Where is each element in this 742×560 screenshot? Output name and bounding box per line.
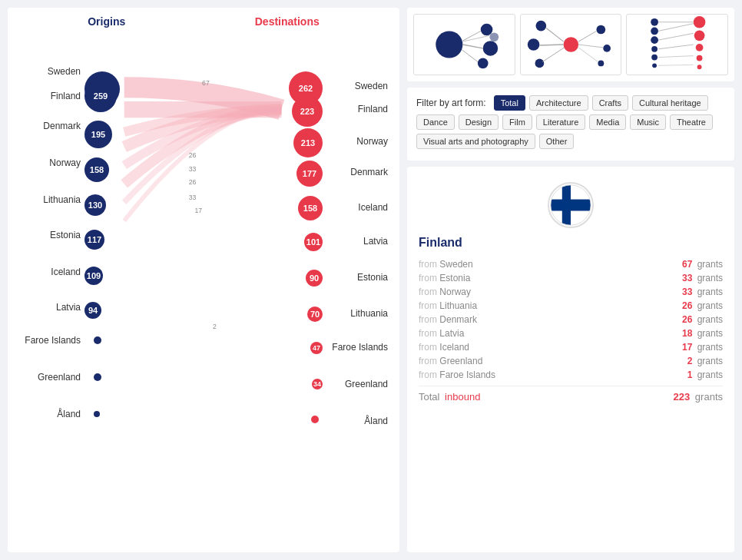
svg-line-44 (658, 56, 694, 58)
origin-faroe-dot (94, 336, 101, 344)
svg-point-17 (535, 21, 546, 31)
svg-text:33: 33 (189, 165, 197, 173)
dest-finland-label: Finland (358, 104, 388, 114)
origin-denmark-label: Denmark (23, 121, 81, 131)
filter-btn-design[interactable]: Design (459, 114, 499, 130)
grants-row-2: from Norway 33 grants (419, 285, 723, 299)
dest-finland-circle[interactable]: 223 (292, 96, 323, 127)
svg-point-39 (697, 65, 702, 69)
origin-norway-circle[interactable]: 158 (84, 157, 109, 182)
filter-btn-cultural-heritage[interactable]: Cultural heritage (632, 95, 708, 111)
svg-point-29 (651, 18, 659, 26)
origin-latvia-circle[interactable]: 94 (84, 302, 101, 319)
filter-btn-media[interactable]: Media (589, 114, 626, 130)
origin-denmark-circle[interactable]: 195 (84, 121, 112, 148)
dest-lithuania-label: Lithuania (350, 308, 388, 319)
grants-row-7: from Greenland 2 grants (419, 354, 723, 368)
flow-chart-panel: Origins Destinations (8, 8, 399, 552)
svg-point-10 (478, 58, 489, 69)
filter-btn-literature[interactable]: Literature (536, 114, 585, 130)
dest-iceland-label: Iceland (358, 202, 388, 213)
filter-row-1: Filter by art form: Total Architecture C… (416, 95, 725, 111)
dest-sweden-label: Sweden (355, 81, 388, 91)
dest-aland-label: Åland (364, 416, 388, 426)
grants-label: grants (695, 391, 723, 403)
thumbnail-2[interactable] (520, 14, 622, 75)
dest-estonia-label: Estonia (357, 272, 388, 283)
dest-greenland-label: Greenland (345, 379, 388, 389)
origin-finland-circle[interactable]: 259 (84, 80, 117, 112)
svg-point-8 (481, 24, 493, 36)
svg-text:67: 67 (202, 79, 210, 87)
filter-btn-film[interactable]: Film (502, 114, 532, 130)
svg-point-36 (694, 30, 705, 41)
origin-norway-label: Norway (23, 157, 81, 168)
svg-line-26 (578, 31, 596, 41)
total-label: Total (419, 391, 439, 403)
dest-lithuania-circle[interactable]: 70 (307, 307, 323, 322)
filter-btn-visual-arts[interactable]: Visual arts and photography (416, 134, 535, 149)
destinations-header: Destinations (255, 15, 320, 28)
grants-row-5: from Latvia 18 grants (419, 326, 723, 340)
dest-denmark-circle[interactable]: 177 (296, 161, 323, 187)
origin-iceland-circle[interactable]: 109 (84, 267, 103, 285)
svg-point-9 (483, 41, 499, 56)
svg-line-14 (462, 50, 477, 62)
origin-finland-label: Finland (23, 91, 81, 101)
svg-point-21 (603, 45, 611, 52)
inbound-label: inbound (445, 391, 480, 403)
filter-row-3: Visual arts and photography Other (416, 134, 725, 149)
filter-btn-music[interactable]: Music (630, 114, 666, 130)
svg-point-18 (527, 38, 539, 51)
thumbnail-1[interactable] (413, 14, 515, 75)
svg-line-42 (658, 33, 694, 40)
dest-norway-label: Norway (356, 136, 388, 147)
dest-iceland-circle[interactable]: 158 (298, 196, 323, 220)
svg-point-22 (598, 60, 604, 66)
svg-point-16 (563, 37, 578, 52)
origin-lithuania-circle[interactable]: 130 (84, 194, 106, 216)
filter-label: Filter by art form: (416, 98, 486, 108)
svg-line-27 (578, 45, 603, 48)
grants-row-0: from Sweden 67 grants (419, 257, 723, 271)
origin-lithuania-label: Lithuania (23, 194, 81, 205)
country-flag (548, 182, 594, 228)
filter-btn-total[interactable]: Total (494, 95, 525, 111)
thumbnail-3[interactable] (626, 14, 728, 75)
svg-point-31 (651, 36, 659, 44)
origin-aland-label: Åland (23, 409, 81, 419)
dest-latvia-circle[interactable]: 101 (304, 233, 323, 251)
svg-line-45 (658, 65, 694, 65)
svg-text:26: 26 (189, 151, 197, 159)
origin-estonia-circle[interactable]: 117 (84, 230, 104, 250)
filter-btn-theatre[interactable]: Theatre (670, 114, 713, 130)
detail-country-name: Finland (419, 236, 723, 250)
filter-btn-other[interactable]: Other (539, 134, 575, 149)
dest-aland-dot (311, 416, 319, 423)
origin-iceland-label: Iceland (23, 267, 81, 277)
detail-panel: Finland from Sweden 67 grants from Eston… (407, 167, 734, 552)
filter-btn-architecture[interactable]: Architecture (529, 95, 588, 111)
dest-greenland-circle[interactable]: 34 (312, 379, 323, 389)
filter-btn-dance[interactable]: Dance (416, 114, 455, 130)
dest-latvia-label: Latvia (363, 236, 388, 247)
filter-btn-crafts[interactable]: Crafts (592, 95, 628, 111)
origins-header: Origins (88, 15, 125, 28)
chart-header: Origins Destinations (8, 15, 399, 28)
grants-row-1: from Estonia 33 grants (419, 271, 723, 285)
grants-table: from Sweden 67 grants from Estonia 33 gr… (419, 257, 723, 404)
dest-estonia-circle[interactable]: 90 (306, 270, 323, 287)
grants-row-3: from Lithuania 26 grants (419, 299, 723, 313)
flow-diagram: 67 26 33 26 33 17 2 Sweden 304 Finland (8, 39, 399, 469)
svg-line-41 (658, 24, 694, 31)
dest-faroe-circle[interactable]: 47 (310, 342, 323, 354)
svg-point-34 (653, 63, 658, 68)
dest-norway-circle[interactable]: 213 (293, 128, 323, 157)
origin-latvia-label: Latvia (23, 302, 81, 313)
origin-aland-dot (94, 411, 100, 417)
svg-line-13 (462, 45, 482, 48)
origin-greenland-label: Greenland (23, 372, 81, 383)
total-number: 223 (674, 391, 691, 403)
svg-point-38 (697, 55, 703, 61)
total-row: Total inbound 223 grants (419, 386, 723, 404)
